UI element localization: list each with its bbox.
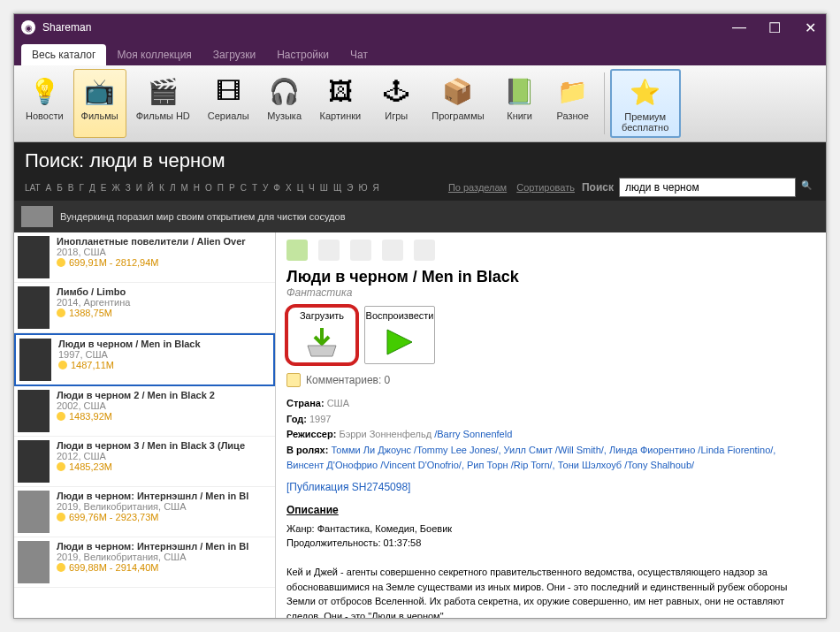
- alpha-М[interactable]: М: [180, 183, 187, 193]
- news-thumb: [21, 206, 53, 227]
- tool-news[interactable]: 💡Новости: [18, 69, 72, 138]
- alpha-Е[interactable]: Е: [101, 183, 107, 193]
- meta-info: Страна: США Год: 1997 Режиссер: Бэрри Зо…: [286, 396, 815, 474]
- alpha-Я[interactable]: Я: [373, 183, 379, 193]
- minimize-button[interactable]: —: [730, 19, 748, 36]
- tool-series[interactable]: 🎞Сериалы: [200, 69, 257, 138]
- list-item[interactable]: Инопланетные повелители / Alien Over 201…: [14, 232, 275, 283]
- comments-row[interactable]: Комментариев: 0: [286, 373, 815, 387]
- list-item[interactable]: Люди в черном / Men in Black 1997, США 1…: [14, 333, 275, 386]
- item-meta: 2012, США: [57, 451, 245, 461]
- tab-Моя коллекция[interactable]: Моя коллекция: [106, 44, 202, 65]
- alpha-И[interactable]: И: [136, 183, 142, 193]
- list-item[interactable]: Люди в черном: Интернэшнл / Men in Bl 20…: [14, 537, 275, 588]
- tool-games[interactable]: 🕹Игры: [370, 69, 422, 138]
- alpha-О[interactable]: О: [205, 183, 212, 193]
- search-input[interactable]: [619, 178, 796, 197]
- tab-Настройки[interactable]: Настройки: [266, 44, 340, 65]
- window-controls: — ☐ ✕: [730, 19, 819, 36]
- list-item[interactable]: Люди в черном 2 / Men in Black 2 2002, С…: [14, 386, 275, 437]
- item-size: 1485,23M: [57, 461, 245, 472]
- sort-link[interactable]: Сортировать: [516, 182, 575, 193]
- coin-icon: [58, 361, 67, 369]
- item-meta: 2019, Великобритания, США: [57, 501, 248, 512]
- alpha-Б[interactable]: Б: [57, 183, 63, 193]
- coin-icon: [57, 412, 65, 421]
- programs-icon: 📦: [440, 73, 476, 109]
- tool-misc[interactable]: 📁Разное: [547, 69, 599, 138]
- films-icon: 📺: [82, 73, 118, 109]
- alpha-Ш[interactable]: Ш: [320, 183, 328, 193]
- alpha-Ц[interactable]: Ц: [297, 183, 303, 193]
- alpha-Щ[interactable]: Щ: [333, 183, 341, 193]
- sort-links: По разделам Сортировать: [448, 182, 582, 193]
- folder-icon[interactable]: [318, 240, 340, 261]
- star-icon: ⭐: [628, 74, 663, 110]
- alpha-Л[interactable]: Л: [170, 183, 176, 193]
- detail-genre: Фантастика: [286, 286, 815, 299]
- alpha-К[interactable]: К: [159, 183, 164, 193]
- alpha-Ж[interactable]: Ж: [111, 183, 119, 193]
- alpha-LAT[interactable]: LAT: [25, 183, 41, 193]
- item-thumb: [19, 339, 51, 381]
- play-button[interactable]: Воспроизвести: [364, 306, 435, 364]
- alpha-А[interactable]: А: [46, 183, 52, 193]
- premium-button[interactable]: ⭐Премиум бесплатно: [610, 69, 681, 138]
- item-size: 1483,92M: [57, 411, 215, 422]
- alpha-Ю[interactable]: Ю: [358, 183, 367, 193]
- tool-music[interactable]: 🎧Музыка: [259, 69, 310, 138]
- by-section-link[interactable]: По разделам: [448, 182, 507, 193]
- search-title: Поиск: люди в черном: [25, 149, 815, 172]
- alpha-Р[interactable]: Р: [229, 183, 235, 193]
- tool-books[interactable]: 📗Книги: [494, 69, 546, 138]
- alpha-Ч[interactable]: Ч: [309, 183, 315, 193]
- download-button[interactable]: Загрузить: [286, 306, 357, 364]
- alpha-Г[interactable]: Г: [80, 183, 84, 193]
- tab-Весь каталог[interactable]: Весь каталог: [21, 44, 106, 65]
- publication-id[interactable]: [Публикация SH2745098]: [286, 481, 815, 493]
- item-title: Люди в черном 2 / Men in Black 2: [57, 390, 215, 400]
- alpha-Х[interactable]: Х: [286, 183, 292, 193]
- tool-programs[interactable]: 📦Программы: [424, 69, 492, 138]
- alpha-З[interactable]: З: [126, 183, 131, 193]
- list-item[interactable]: Люди в черном 3 / Men in Black 3 (Лице 2…: [14, 437, 275, 487]
- alpha-Т[interactable]: Т: [252, 183, 257, 193]
- alpha-Э[interactable]: Э: [347, 183, 353, 193]
- alpha-Д[interactable]: Д: [89, 183, 95, 193]
- content-area: Инопланетные повелители / Alien Over 201…: [14, 232, 826, 618]
- tool-films-hd[interactable]: 🎬Фильмы HD: [128, 69, 198, 138]
- comments-icon: [286, 373, 301, 387]
- toolbar: 💡Новости📺Фильмы🎬Фильмы HD🎞Сериалы🎧Музыка…: [14, 65, 826, 142]
- app-icon: ◉: [21, 20, 35, 34]
- alpha-Й[interactable]: Й: [148, 183, 154, 193]
- list-item[interactable]: Лимбо / Limbo 2014, Аргентина 1388,75M: [14, 283, 275, 333]
- tool-pictures[interactable]: 🖼Картинки: [312, 69, 370, 138]
- maximize-button[interactable]: ☐: [766, 19, 783, 36]
- tool-films[interactable]: 📺Фильмы: [73, 69, 126, 138]
- item-thumb: [18, 236, 50, 278]
- edit-icon[interactable]: [382, 240, 403, 261]
- close-button[interactable]: ✕: [801, 19, 819, 36]
- tab-Чат[interactable]: Чат: [340, 44, 378, 65]
- share-icon[interactable]: [414, 240, 435, 261]
- news-banner[interactable]: Вундеркинд поразил мир своим открытием д…: [14, 201, 826, 232]
- alpha-Н[interactable]: Н: [194, 183, 200, 193]
- coin-icon: [57, 513, 65, 522]
- alpha-У[interactable]: У: [263, 183, 268, 193]
- search-box: Поиск 🔍: [582, 178, 815, 197]
- search-bar: LATАБВГДЕЖЗИЙКЛМНОПРСТУФХЦЧШЩЭЮЯ По разд…: [25, 178, 815, 197]
- refresh-icon[interactable]: [286, 240, 308, 261]
- search-icon[interactable]: 🔍: [801, 180, 815, 194]
- list-item[interactable]: Люди в черном: Интернэшнл / Men in Bl 20…: [14, 487, 275, 537]
- alpha-Ф[interactable]: Ф: [273, 183, 280, 193]
- app-window: ◉ Shareman — ☐ ✕ Весь каталогМоя коллекц…: [13, 13, 827, 619]
- coin-icon: [57, 258, 65, 267]
- alpha-С[interactable]: С: [241, 183, 247, 193]
- folder-add-icon[interactable]: [350, 240, 371, 261]
- tab-Загрузки[interactable]: Загрузки: [202, 44, 266, 65]
- item-title: Люди в черном: Интернэшнл / Men in Bl: [57, 491, 248, 501]
- alpha-В[interactable]: В: [68, 183, 74, 193]
- search-label: Поиск: [582, 181, 614, 194]
- item-size: 699,76M - 2923,73M: [57, 512, 248, 522]
- alpha-П[interactable]: П: [218, 183, 224, 193]
